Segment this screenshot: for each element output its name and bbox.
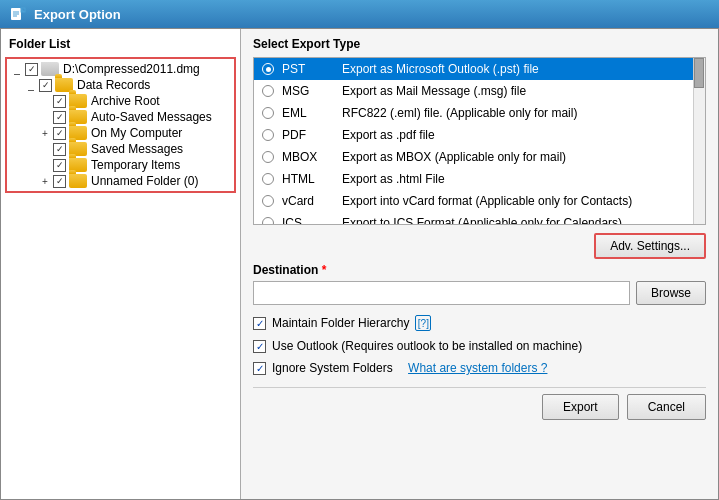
scrollbar-track[interactable] bbox=[693, 58, 705, 224]
destination-row: Browse bbox=[253, 281, 706, 305]
export-type-pdf[interactable]: PDF Export as .pdf file bbox=[254, 124, 693, 146]
main-content: Folder List ⎯ D:\Compressed2011.dmg ⎯ Da… bbox=[0, 28, 719, 500]
tree-item-auto-saved[interactable]: Auto-Saved Messages bbox=[9, 109, 232, 125]
cancel-button[interactable]: Cancel bbox=[627, 394, 706, 420]
on-my-computer-label: On My Computer bbox=[91, 126, 182, 140]
radio-ics[interactable] bbox=[262, 217, 274, 225]
export-type-list: PST Export as Microsoft Outlook (.pst) f… bbox=[253, 57, 706, 225]
expand-icon-on-my-computer[interactable]: + bbox=[39, 127, 51, 139]
export-type-ics-desc: Export to ICS Format (Applicable only fo… bbox=[342, 216, 622, 225]
export-icon bbox=[10, 6, 26, 22]
export-type-eml-desc: RFC822 (.eml) file. (Applicable only for… bbox=[342, 106, 577, 120]
bottom-buttons: Export Cancel bbox=[253, 387, 706, 420]
tree-item-on-my-computer[interactable]: + On My Computer bbox=[9, 125, 232, 141]
radio-pdf[interactable] bbox=[262, 129, 274, 141]
export-type-pdf-name: PDF bbox=[282, 128, 342, 142]
export-type-html-name: HTML bbox=[282, 172, 342, 186]
maintain-hierarchy-row: Maintain Folder Hierarchy [?] bbox=[253, 315, 706, 331]
archive-root-label: Archive Root bbox=[91, 94, 160, 108]
svg-marker-1 bbox=[21, 8, 25, 12]
export-type-msg-desc: Export as Mail Message (.msg) file bbox=[342, 84, 526, 98]
expand-icon-auto-saved bbox=[39, 111, 51, 123]
ignore-system-folders-label: Ignore System Folders bbox=[272, 361, 393, 375]
saved-messages-label: Saved Messages bbox=[91, 142, 183, 156]
tree-item-saved-messages[interactable]: Saved Messages bbox=[9, 141, 232, 157]
export-type-vcard-desc: Export into vCard format (Applicable onl… bbox=[342, 194, 632, 208]
expand-icon-archive-root bbox=[39, 95, 51, 107]
export-type-msg-name: MSG bbox=[282, 84, 342, 98]
use-outlook-label: Use Outlook (Requires outlook to be inst… bbox=[272, 339, 582, 353]
ignore-system-folders-row: Ignore System Folders What are system fo… bbox=[253, 361, 706, 375]
select-export-type-title: Select Export Type bbox=[253, 37, 706, 51]
expand-icon-drive[interactable]: ⎯ bbox=[11, 63, 23, 75]
export-type-ics-name: ICS bbox=[282, 216, 342, 225]
folder-list-title: Folder List bbox=[5, 37, 236, 51]
tree-item-unnamed-folder[interactable]: + Unnamed Folder (0) bbox=[9, 173, 232, 189]
folder-tree: ⎯ D:\Compressed2011.dmg ⎯ Data Records bbox=[9, 61, 232, 189]
export-type-eml[interactable]: EML RFC822 (.eml) file. (Applicable only… bbox=[254, 102, 693, 124]
export-type-mbox-name: MBOX bbox=[282, 150, 342, 164]
radio-mbox[interactable] bbox=[262, 151, 274, 163]
expand-icon-saved-messages bbox=[39, 143, 51, 155]
export-type-mbox[interactable]: MBOX Export as MBOX (Applicable only for… bbox=[254, 146, 693, 168]
checkbox-data-records[interactable] bbox=[39, 79, 52, 92]
folder-icon-unnamed-folder bbox=[69, 174, 87, 188]
checkbox-temporary-items[interactable] bbox=[53, 159, 66, 172]
title-bar: Export Option bbox=[0, 0, 719, 28]
adv-settings-button[interactable]: Adv. Settings... bbox=[594, 233, 706, 259]
temporary-items-label: Temporary Items bbox=[91, 158, 180, 172]
radio-vcard[interactable] bbox=[262, 195, 274, 207]
checkbox-archive-root[interactable] bbox=[53, 95, 66, 108]
tree-item-temporary-items[interactable]: Temporary Items bbox=[9, 157, 232, 173]
export-type-ics[interactable]: ICS Export to ICS Format (Applicable onl… bbox=[254, 212, 693, 225]
checkbox-on-my-computer[interactable] bbox=[53, 127, 66, 140]
unnamed-folder-label: Unnamed Folder (0) bbox=[91, 174, 198, 188]
tree-item-archive-root[interactable]: Archive Root bbox=[9, 93, 232, 109]
tree-item-data-records[interactable]: ⎯ Data Records bbox=[9, 77, 232, 93]
export-type-pst[interactable]: PST Export as Microsoft Outlook (.pst) f… bbox=[254, 58, 693, 80]
adv-settings-row: Adv. Settings... bbox=[253, 233, 706, 259]
title-bar-title: Export Option bbox=[34, 7, 121, 22]
scrollbar-thumb[interactable] bbox=[694, 58, 704, 88]
checkbox-unnamed-folder[interactable] bbox=[53, 175, 66, 188]
destination-input[interactable] bbox=[253, 281, 630, 305]
system-folders-help-link[interactable]: What are system folders ? bbox=[408, 361, 547, 375]
radio-msg[interactable] bbox=[262, 85, 274, 97]
expand-icon-temporary-items bbox=[39, 159, 51, 171]
export-button[interactable]: Export bbox=[542, 394, 619, 420]
required-star: * bbox=[322, 263, 327, 277]
maintain-hierarchy-help[interactable]: [?] bbox=[415, 315, 431, 331]
radio-html[interactable] bbox=[262, 173, 274, 185]
export-type-mbox-desc: Export as MBOX (Applicable only for mail… bbox=[342, 150, 566, 164]
export-type-pst-desc: Export as Microsoft Outlook (.pst) file bbox=[342, 62, 539, 76]
destination-label: Destination * bbox=[253, 263, 706, 277]
export-type-html-desc: Export as .html File bbox=[342, 172, 445, 186]
drive-label: D:\Compressed2011.dmg bbox=[63, 62, 200, 76]
export-type-msg[interactable]: MSG Export as Mail Message (.msg) file bbox=[254, 80, 693, 102]
checkbox-saved-messages[interactable] bbox=[53, 143, 66, 156]
expand-icon-data-records[interactable]: ⎯ bbox=[25, 79, 37, 91]
data-records-label: Data Records bbox=[77, 78, 150, 92]
export-type-pst-name: PST bbox=[282, 62, 342, 76]
use-outlook-row: Use Outlook (Requires outlook to be inst… bbox=[253, 339, 706, 353]
export-type-pdf-desc: Export as .pdf file bbox=[342, 128, 435, 142]
maintain-hierarchy-checkbox[interactable] bbox=[253, 317, 266, 330]
radio-eml[interactable] bbox=[262, 107, 274, 119]
auto-saved-label: Auto-Saved Messages bbox=[91, 110, 212, 124]
checkbox-drive[interactable] bbox=[25, 63, 38, 76]
maintain-hierarchy-label: Maintain Folder Hierarchy bbox=[272, 316, 409, 330]
right-panel: Select Export Type PST Export as Microso… bbox=[241, 29, 718, 499]
ignore-system-folders-checkbox[interactable] bbox=[253, 362, 266, 375]
export-type-eml-name: EML bbox=[282, 106, 342, 120]
radio-pst[interactable] bbox=[262, 63, 274, 75]
export-type-vcard-name: vCard bbox=[282, 194, 342, 208]
export-type-html[interactable]: HTML Export as .html File bbox=[254, 168, 693, 190]
expand-icon-unnamed-folder[interactable]: + bbox=[39, 175, 51, 187]
tree-item-drive[interactable]: ⎯ D:\Compressed2011.dmg bbox=[9, 61, 232, 77]
browse-button[interactable]: Browse bbox=[636, 281, 706, 305]
checkbox-auto-saved[interactable] bbox=[53, 111, 66, 124]
use-outlook-checkbox[interactable] bbox=[253, 340, 266, 353]
folder-tree-container: ⎯ D:\Compressed2011.dmg ⎯ Data Records bbox=[5, 57, 236, 193]
left-panel: Folder List ⎯ D:\Compressed2011.dmg ⎯ Da… bbox=[1, 29, 241, 499]
export-type-vcard[interactable]: vCard Export into vCard format (Applicab… bbox=[254, 190, 693, 212]
